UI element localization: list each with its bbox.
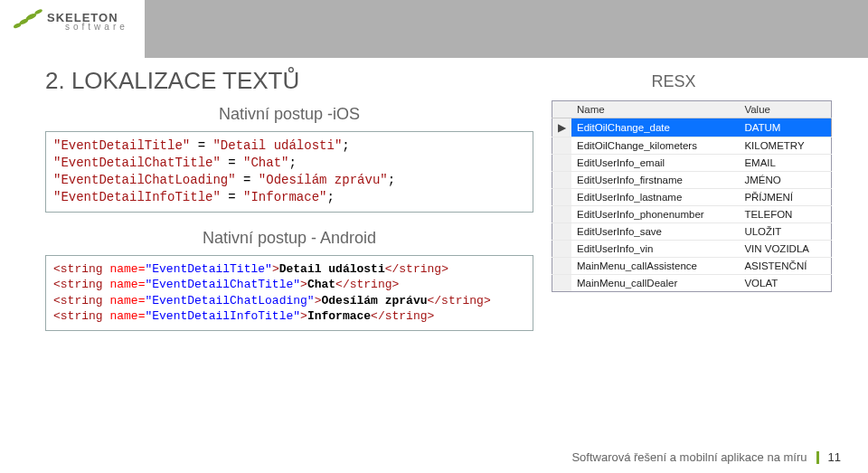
table-row[interactable]: EditUserInfo_saveULOŽIT xyxy=(552,223,832,241)
logo-icon xyxy=(11,7,43,36)
resx-table: Name Value ▶EditOilChange_dateDATUMEditO… xyxy=(552,100,832,292)
ios-code: "EventDetailTitle" = "Detail události";"… xyxy=(45,131,533,213)
table-row[interactable]: MainMenu_callDealerVOLAT xyxy=(552,275,832,292)
android-code: <string name="EventDetailTitle">Detail u… xyxy=(45,255,533,331)
page-number: 11 xyxy=(828,450,841,464)
footer-text: Softwarová řešení a mobilní aplikace na … xyxy=(571,450,807,464)
table-row[interactable]: EditUserInfo_phonenumberTELEFON xyxy=(552,206,832,223)
logo-area: SKELETON software xyxy=(0,0,145,58)
col-value: Value xyxy=(739,101,831,118)
table-row[interactable]: EditUserInfo_vinVIN VOZIDLA xyxy=(552,241,832,258)
brand-sub: software xyxy=(65,23,128,31)
ios-heading: Nativní postup -iOS xyxy=(45,105,533,124)
table-row[interactable]: ▶EditOilChange_dateDATUM xyxy=(552,118,832,137)
table-row[interactable]: EditUserInfo_firstnameJMÉNO xyxy=(552,172,832,189)
footer: Softwarová řešení a mobilní aplikace na … xyxy=(571,450,841,464)
table-row[interactable]: EditOilChange_kilometersKILOMETRY xyxy=(552,137,832,155)
table-row[interactable]: MainMenu_callAssistenceASISTENČNÍ xyxy=(552,258,832,275)
android-heading: Nativní postup - Android xyxy=(45,229,533,248)
footer-divider xyxy=(816,451,819,464)
table-row[interactable]: EditUserInfo_lastnamePŘÍJMENÍ xyxy=(552,189,832,206)
header-bar xyxy=(145,0,868,58)
col-name: Name xyxy=(571,101,739,118)
table-row[interactable]: EditUserInfo_emailEMAIL xyxy=(552,155,832,172)
resx-heading: RESX xyxy=(552,72,832,91)
